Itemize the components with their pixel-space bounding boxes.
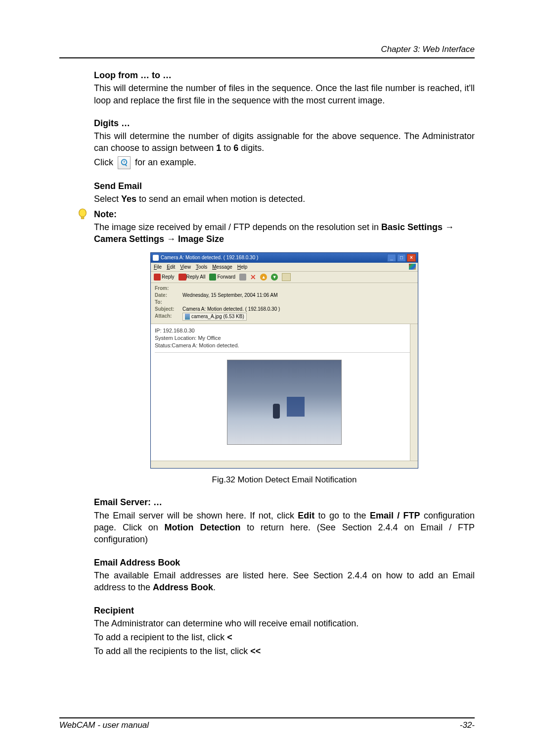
es-pre: The Email server will be shown here. If … [94,511,298,520]
app-flag-icon [409,264,416,270]
camera-snapshot-image [227,360,342,445]
hdr-attach-value: camera_A.jpg (6.53 KB) [191,313,244,320]
email-server-title: Email Server: … [94,496,475,508]
delete-icon[interactable]: ✕ [250,274,256,280]
footer-left: WebCAM - user manual [59,720,149,730]
chapter-header: Chapter 3: Web Interface [59,45,475,54]
lightbulb-icon [76,208,89,221]
page-footer: WebCAM - user manual -32- [59,713,475,730]
attachment-icon [185,314,190,320]
menu-edit[interactable]: Edit [167,264,175,271]
hdr-subject-value: Camera A: Motion detected. ( 192.168.0.3… [182,306,280,313]
header-rule [59,57,475,58]
digits-pre: This will determine the number of digits… [94,131,475,153]
next-icon[interactable]: ▼ [271,274,278,281]
forward-icon [209,274,216,281]
loop-title: Loop from … to … [94,69,475,81]
forward-button[interactable]: Forward [209,274,235,281]
note-line1: The image size received by email / FTP d… [94,222,381,232]
note-path3: Image Size [178,234,224,244]
note-body: The image size received by email / FTP d… [94,221,475,245]
recipient-line1: The Administrator can determine who will… [94,617,475,629]
hdr-date-value: Wednesday, 15 September, 2004 11:06 AM [182,292,278,299]
forward-label: Forward [217,274,235,281]
body-ip: IP: 192.168.0.30 [155,327,414,334]
main-content: Loop from … to … This will determine the… [94,69,475,658]
digits-body: This will determine the number of digits… [94,130,475,154]
previous-icon[interactable]: ▲ [260,274,267,281]
note-path1: Basic Settings [381,222,443,232]
note-arrow1: → [443,222,454,232]
send-email-title: Send Email [94,180,475,192]
menu-file[interactable]: File [154,264,162,271]
menu-help[interactable]: Help [237,264,248,271]
hdr-subject-label: Subject: [155,306,179,313]
print-icon[interactable] [239,274,246,281]
example-label: for an example. [135,157,196,167]
digits-to: to [221,143,233,153]
ab-post: . [213,582,216,592]
email-window-title: Camera A: Motion detected. ( 192.168.0.3… [161,254,258,261]
email-body: IP: 192.168.0.30 System Location: My Off… [151,324,418,461]
es-emailftp: Email / FTP [370,511,420,520]
address-book-body: The available Email addresses are listed… [94,569,475,594]
hdr-to-label: To: [155,299,179,306]
email-menubar: File Edit View Tools Message Help [151,263,418,272]
digits-click-row: Click ? for an example. [94,156,475,169]
body-location: System Location: My Office [155,334,414,342]
minimize-button[interactable]: _ [387,254,396,262]
ab-pre: The available Email addresses are listed… [94,570,475,592]
note-title: Note: [94,208,475,220]
es-mid1: to go to the [314,511,370,520]
reply-all-label: Reply All [186,274,206,281]
addresses-icon[interactable] [282,273,291,281]
email-toolbar: Reply Reply All Forward ✕ ▲ ▼ [151,272,418,283]
reply-button[interactable]: Reply [154,274,175,281]
help-icon[interactable]: ? [118,156,131,169]
hdr-from-label: From: [155,285,179,292]
email-statusbar [151,461,418,468]
email-image-wrap [155,356,414,457]
menu-view[interactable]: View [180,264,191,271]
recipient-title: Recipient [94,605,475,616]
scrollbar[interactable] [410,324,418,461]
menu-tools[interactable]: Tools [196,264,207,271]
note-path2: Camera Settings [94,234,164,244]
email-titlebar: Camera A: Motion detected. ( 192.168.0.3… [151,253,418,263]
svg-text:?: ? [123,160,126,165]
attachment-chip[interactable]: camera_A.jpg (6.53 KB) [182,313,247,321]
body-status: Status:Camera A: Motion detected. [155,342,414,349]
email-server-body: The Email server will be shown here. If … [94,510,475,546]
reply-all-icon [178,274,185,281]
menu-message[interactable]: Message [212,264,232,271]
digits-title: Digits … [94,117,475,129]
svg-point-2 [79,209,87,217]
figure-caption: Fig.32 Motion Detect Email Notification [94,474,475,486]
reply-all-button[interactable]: Reply All [178,274,206,281]
es-md: Motion Detection [165,522,241,532]
maximize-button[interactable]: □ [397,254,406,262]
digits-post: digits. [238,143,264,153]
note-arrow2: → [164,234,178,244]
reply-label: Reply [162,274,175,281]
ab-bold: Address Book [153,582,213,592]
click-label: Click [94,157,116,167]
send-email-yes: Yes [121,194,136,204]
rec-ltlt: << [250,646,261,656]
es-edit: Edit [298,511,314,520]
footer-right: -32- [460,720,475,730]
hdr-date-label: Date: [155,292,179,299]
footer-rule [59,717,475,718]
rec-l2-pre: To add a recipient to the list, click [94,632,227,642]
rec-lt: < [227,632,232,642]
digits-one: 1 [216,143,221,153]
recipient-line2: To add a recipient to the list, click < [94,631,475,643]
note-block: Note: The image size received by email /… [94,208,475,245]
send-email-post: to send an email when motion is detected… [136,194,305,204]
hdr-attach-label: Attach: [155,313,179,321]
mail-icon [153,255,159,261]
close-button[interactable]: × [407,254,416,262]
send-email-body: Select Yes to send an email when motion … [94,193,475,205]
loop-body: This will determine the number of files … [94,82,475,106]
recipient-line3: To add all the recipients to the list, c… [94,645,475,657]
